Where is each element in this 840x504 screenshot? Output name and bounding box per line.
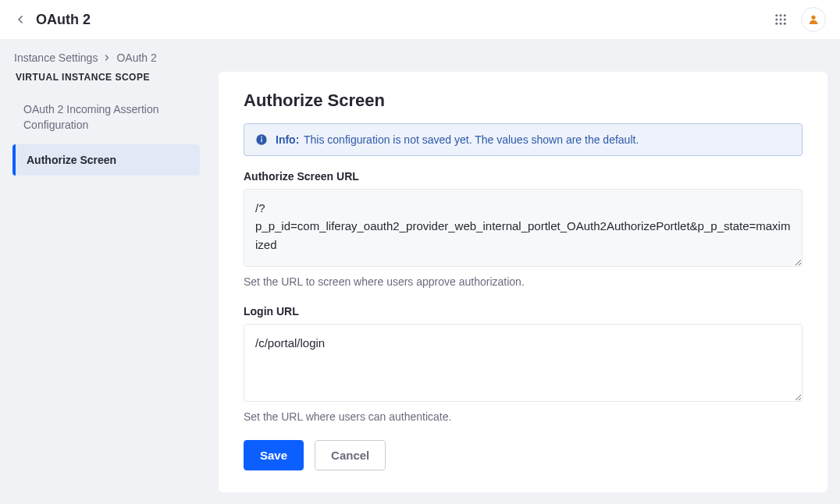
page-header: OAuth 2 xyxy=(0,0,840,39)
sidebar-section-label: VIRTUAL INSTANCE SCOPE xyxy=(12,72,200,83)
login-url-label: Login URL xyxy=(244,305,803,318)
svg-point-4 xyxy=(780,19,782,21)
authorize-url-label: Authorize Screen URL xyxy=(244,170,803,183)
login-url-input[interactable] xyxy=(244,324,803,402)
breadcrumb: Instance Settings OAuth 2 xyxy=(12,51,828,64)
svg-point-8 xyxy=(784,23,786,25)
save-button[interactable]: Save xyxy=(244,440,304,470)
svg-point-3 xyxy=(775,19,778,21)
chevron-right-icon xyxy=(102,53,112,62)
user-avatar-button[interactable] xyxy=(801,7,826,32)
back-button[interactable] xyxy=(14,13,27,26)
authorize-url-input[interactable] xyxy=(244,189,803,267)
info-icon xyxy=(255,133,268,146)
apps-grid-icon[interactable] xyxy=(770,9,792,30)
cancel-button[interactable]: Cancel xyxy=(315,440,386,470)
svg-point-7 xyxy=(780,23,782,25)
breadcrumb-link-instance-settings[interactable]: Instance Settings xyxy=(14,51,98,64)
svg-point-0 xyxy=(775,14,778,16)
main-panel: Authorize Screen Info: This configuratio… xyxy=(219,72,828,492)
svg-rect-11 xyxy=(261,139,262,143)
page-title: OAuth 2 xyxy=(36,12,91,28)
svg-point-2 xyxy=(784,14,786,16)
svg-point-1 xyxy=(780,14,782,16)
sidebar-item-incoming-assertion[interactable]: OAuth 2 Incoming Assertion Configuration xyxy=(12,94,200,141)
content-area: Instance Settings OAuth 2 VIRTUAL INSTAN… xyxy=(0,39,840,504)
svg-point-6 xyxy=(775,23,778,25)
svg-point-5 xyxy=(784,19,786,21)
header-right xyxy=(770,7,826,32)
alert-prefix: Info: xyxy=(276,133,299,146)
svg-point-9 xyxy=(811,16,815,20)
field-authorize-url: Authorize Screen URL Set the URL to scre… xyxy=(244,170,803,288)
field-login-url: Login URL Set the URL where users can au… xyxy=(244,305,803,423)
authorize-url-help: Set the URL to screen where users approv… xyxy=(244,275,803,288)
alert-message: This configuration is not saved yet. The… xyxy=(304,133,639,146)
panel-title: Authorize Screen xyxy=(244,91,803,111)
alert-text: Info: This configuration is not saved ye… xyxy=(276,133,639,146)
sidebar-item-authorize-screen[interactable]: Authorize Screen xyxy=(12,144,200,176)
svg-point-12 xyxy=(261,137,262,138)
info-alert: Info: This configuration is not saved ye… xyxy=(244,123,803,156)
form-actions: Save Cancel xyxy=(244,440,803,470)
login-url-help: Set the URL where users can authenticate… xyxy=(244,410,803,423)
header-left: OAuth 2 xyxy=(14,12,91,28)
breadcrumb-current: OAuth 2 xyxy=(116,51,156,64)
sidebar: VIRTUAL INSTANCE SCOPE OAuth 2 Incoming … xyxy=(12,72,200,179)
main-layout: VIRTUAL INSTANCE SCOPE OAuth 2 Incoming … xyxy=(12,72,828,492)
